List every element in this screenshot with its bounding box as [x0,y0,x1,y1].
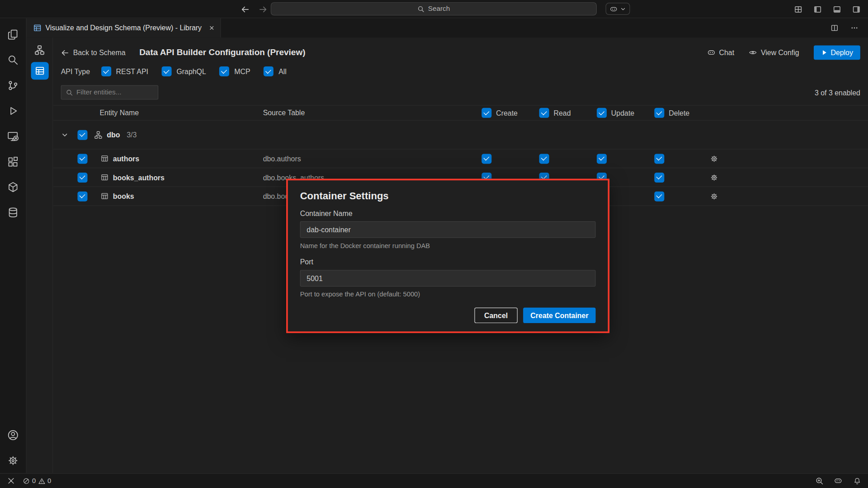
row-checkbox[interactable] [77,172,87,182]
split-editor-icon[interactable] [828,22,840,34]
port-label: Port [300,258,596,266]
remote-indicator-icon[interactable] [5,475,17,487]
tab-label: Visualize and Design Schema (Preview) - … [45,24,202,32]
port-help: Port to expose the API on (default: 5000… [300,291,596,298]
create-all-checkbox[interactable] [481,108,491,118]
checkbox-checked[interactable] [101,66,111,76]
history-nav [239,0,269,18]
update-all-checkbox[interactable] [597,108,607,118]
copilot-status-icon[interactable] [832,475,844,487]
status-bar: 0 0 [0,473,868,488]
cancel-button[interactable]: Cancel [474,308,518,323]
close-icon[interactable] [209,25,215,31]
play-icon [821,49,827,56]
option-label: MCP [234,67,250,75]
entity-name-cell: books [101,192,134,200]
extensions-icon[interactable] [0,149,26,174]
database-projects-icon[interactable] [0,174,26,200]
entity-name-cell: books_authors [101,173,165,181]
column-source-table: Source Table [263,109,305,117]
deploy-button[interactable]: Deploy [813,45,860,60]
customize-layout-icon[interactable] [792,3,804,15]
column-create: Create [481,108,518,118]
create-checkbox[interactable] [481,154,491,164]
toggle-panel-icon[interactable] [831,3,843,15]
chat-button[interactable]: Chat [707,48,735,57]
checkbox-checked[interactable] [264,66,274,76]
problems-indicator[interactable]: 0 0 [23,477,51,485]
filter-entities-input[interactable] [76,89,153,96]
view-config-button[interactable]: View Config [749,48,799,57]
row-settings-gear-icon[interactable] [710,192,719,201]
source-control-icon[interactable] [0,72,26,98]
status-bar-right [813,475,863,487]
run-debug-icon[interactable] [0,98,26,123]
container-name-input[interactable] [300,221,596,238]
search-sidebar-icon[interactable] [0,47,26,72]
read-checkbox[interactable] [539,154,549,164]
delete-checkbox[interactable] [654,172,664,182]
filter-row: 3 of 3 enabled [53,85,868,100]
filter-entities-box[interactable] [61,85,159,100]
view-icon-strip [27,38,53,473]
copilot-icon [609,5,618,13]
update-checkbox[interactable] [597,154,607,164]
group-select-cell [77,130,87,140]
schema-icon [94,131,102,139]
view-config-label: View Config [761,48,799,56]
forward-arrow-icon[interactable] [257,3,269,15]
back-to-schema-link[interactable]: Back to Schema [61,48,126,56]
toggle-sidebar-left-icon[interactable] [811,3,824,15]
group-checkbox[interactable] [77,130,87,140]
api-type-option-rest[interactable]: REST API [101,66,148,76]
search-icon [417,5,425,13]
tab-visualize-design-schema[interactable]: Visualize and Design Schema (Preview) - … [27,18,221,38]
settings-gear-icon[interactable] [0,448,26,473]
visualize-schema-icon[interactable] [31,41,48,59]
row-checkbox[interactable] [77,191,87,201]
delete-checkbox[interactable] [654,191,664,201]
command-center-search[interactable]: Search [271,2,597,15]
api-type-label: API Type [61,67,90,75]
table-header-row: Entity Name Source Table Create Read Upd… [53,105,868,121]
back-arrow-icon[interactable] [239,3,251,15]
zoom-indicator-icon[interactable] [813,475,826,487]
table-icon [101,155,108,162]
remote-explorer-icon[interactable] [0,123,26,149]
create-container-button[interactable]: Create Container [523,308,595,323]
notifications-bell-icon[interactable] [851,475,863,487]
row-settings-gear-icon[interactable] [710,173,719,182]
dab-configuration-icon[interactable] [31,62,48,80]
delete-all-checkbox[interactable] [654,108,664,118]
api-type-option-all[interactable]: All [264,66,287,76]
option-label: GraphQL [176,67,206,75]
entity-name-cell: authors [101,155,139,163]
modal-actions: Cancel Create Container [300,308,596,323]
read-all-checkbox[interactable] [539,108,549,118]
chat-label: Chat [719,48,735,56]
schema-design-icon [33,24,41,32]
explorer-icon[interactable] [0,22,26,47]
chevron-down-icon[interactable] [61,131,69,139]
delete-checkbox[interactable] [654,154,664,164]
database-icon[interactable] [0,200,26,225]
group-name: dbo [107,131,120,139]
api-type-option-mcp[interactable]: MCP [219,66,250,76]
column-delete: Delete [654,108,689,118]
toggle-sidebar-right-icon[interactable] [850,3,863,15]
row-checkbox[interactable] [77,154,87,164]
port-input[interactable] [300,270,596,287]
editor-actions [828,18,868,38]
page-title: Data API Builder Configuration (Preview) [139,47,305,57]
row-settings-gear-icon[interactable] [710,154,719,163]
account-icon[interactable] [0,422,26,447]
column-entity-name: Entity Name [99,109,139,117]
page-header: Back to Schema Data API Builder Configur… [53,38,868,60]
checkbox-checked[interactable] [161,66,171,76]
api-type-option-graphql[interactable]: GraphQL [161,66,206,76]
chevron-down-icon [620,6,626,12]
option-label: All [278,67,287,75]
checkbox-checked[interactable] [219,66,229,76]
more-actions-icon[interactable] [848,22,860,34]
copilot-dropdown-button[interactable] [606,3,630,15]
